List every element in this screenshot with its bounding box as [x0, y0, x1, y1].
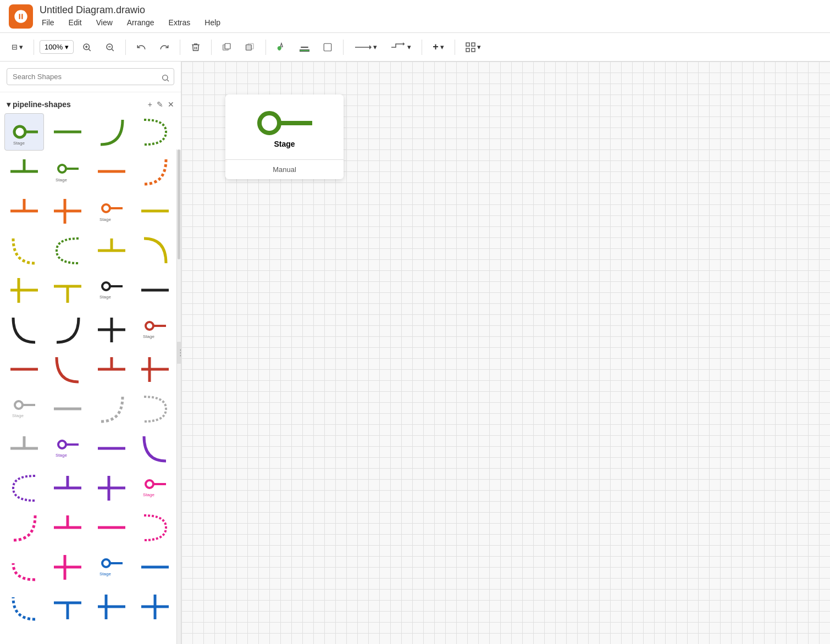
shape-gray-line[interactable]	[48, 390, 87, 428]
shape-black-curve-right[interactable]	[48, 311, 87, 348]
panel-close-button[interactable]: ✕	[168, 100, 174, 109]
shape-pink-curve2[interactable]	[4, 548, 44, 586]
sidebar-icon: ⊟	[12, 43, 18, 51]
panel-edit-button[interactable]: ✎	[157, 100, 163, 109]
shape-green-stage-small[interactable]: Stage	[48, 153, 87, 190]
shape-purple-tee2[interactable]	[92, 469, 131, 507]
shape-green-bracket-right[interactable]	[135, 113, 175, 151]
svg-rect-16	[324, 43, 332, 51]
svg-point-64	[15, 401, 23, 409]
shape-orange-tee[interactable]	[4, 192, 44, 230]
to-back-button[interactable]	[240, 39, 260, 55]
sidebar-resize-handle[interactable]	[176, 342, 181, 364]
shapes-grid: Stage	[4, 113, 176, 625]
shape-pink-curve[interactable]	[4, 509, 44, 546]
insert-button[interactable]: + ▾	[428, 38, 449, 56]
menu-file[interactable]: File	[40, 17, 57, 28]
shape-green-bracket-left[interactable]	[48, 232, 87, 269]
shape-gray-curve[interactable]	[92, 390, 131, 428]
shape-purple-stage[interactable]: Stage	[48, 430, 87, 467]
shape-orange-curve[interactable]	[135, 153, 175, 190]
zoom-out-button[interactable]	[100, 39, 120, 55]
shape-pink-bracket[interactable]	[135, 509, 175, 546]
shape-blue-stage[interactable]: Stage	[92, 548, 131, 586]
waypoint-style-button[interactable]: ▾	[385, 39, 416, 55]
shape-pink-line[interactable]	[92, 509, 131, 546]
shape-green-stage[interactable]: Stage	[4, 113, 44, 151]
shape-purple-bracket[interactable]	[4, 469, 44, 507]
svg-point-40	[102, 204, 110, 212]
shape-orange-line[interactable]	[92, 153, 131, 190]
shape-blue-line[interactable]	[135, 548, 175, 586]
line-color-button[interactable]	[295, 39, 314, 55]
delete-button[interactable]	[186, 39, 206, 55]
shape-blue-tee[interactable]	[48, 588, 87, 625]
panel-collapse-icon[interactable]: ▾	[7, 100, 10, 109]
svg-marker-18	[369, 45, 372, 49]
shape-yellow-curve-left[interactable]	[4, 232, 44, 269]
shape-black-line[interactable]	[135, 271, 175, 309]
svg-point-56	[146, 322, 153, 330]
menu-view[interactable]: View	[94, 17, 115, 28]
shape-yellow-line[interactable]	[135, 192, 175, 230]
menu-help[interactable]: Help	[202, 17, 223, 28]
shape-orange-tee2[interactable]	[48, 192, 87, 230]
svg-rect-20	[466, 43, 469, 46]
toolbar-separator-5	[265, 40, 266, 55]
svg-rect-21	[472, 43, 475, 46]
shape-green-line[interactable]	[48, 113, 87, 151]
shape-green-curve-right[interactable]	[92, 113, 131, 151]
shape-purple-tee[interactable]	[48, 469, 87, 507]
shape-black-tee[interactable]	[92, 311, 131, 348]
canvas[interactable]: Stage Manual	[181, 62, 830, 644]
toolbar-separator-1	[34, 40, 34, 55]
shape-blue-tee2[interactable]	[92, 588, 131, 625]
shapes-panel: ▾ pipeline-shapes + ✎ ✕ Stage	[0, 92, 181, 644]
shape-orange-stage[interactable]: Stage	[92, 192, 131, 230]
shape-red-line[interactable]	[4, 351, 44, 388]
connector-style-button[interactable]: ▾	[349, 39, 382, 55]
shape-pink-tee[interactable]	[48, 509, 87, 546]
shape-red-stage[interactable]: Stage	[135, 311, 175, 348]
shape-button[interactable]	[318, 39, 337, 55]
sidebar-scrollbar[interactable]	[176, 149, 181, 644]
shape-yellow-tee3[interactable]	[48, 271, 87, 309]
svg-point-86	[102, 559, 110, 567]
shape-black-curve-left[interactable]	[4, 311, 44, 348]
shape-pink-stage[interactable]: Stage	[135, 469, 175, 507]
shape-purple-line[interactable]	[92, 430, 131, 467]
shape-red-curve[interactable]	[48, 351, 87, 388]
undo-button[interactable]	[131, 39, 151, 55]
shape-purple-curve[interactable]	[135, 430, 175, 467]
zoom-control[interactable]: 100% ▾	[40, 40, 74, 54]
sidebar-toggle-button[interactable]: ⊟ ▾	[7, 40, 28, 54]
menu-arrange[interactable]: Arrange	[125, 17, 157, 28]
menu-edit[interactable]: Edit	[67, 17, 84, 28]
shape-gray-bracket[interactable]	[135, 390, 175, 428]
shape-gray-stage[interactable]: Stage	[4, 390, 44, 428]
redo-button[interactable]	[154, 39, 174, 55]
fill-color-button[interactable]	[272, 39, 291, 55]
shape-yellow-curve[interactable]	[135, 232, 175, 269]
shape-blue-tee3[interactable]	[135, 588, 175, 625]
search-icon[interactable]	[161, 74, 170, 85]
toolbar-separator-7	[422, 40, 422, 55]
stage-card[interactable]: Stage Manual	[225, 95, 344, 179]
shape-yellow-tee[interactable]	[92, 232, 131, 269]
to-front-button[interactable]	[217, 39, 237, 55]
shape-red-tee[interactable]	[92, 351, 131, 388]
panel-add-button[interactable]: +	[148, 100, 152, 109]
shape-yellow-tee2[interactable]	[4, 271, 44, 309]
search-input[interactable]	[7, 68, 174, 85]
menu-extras[interactable]: Extras	[167, 17, 193, 28]
shape-pink-tee2[interactable]	[48, 548, 87, 586]
zoom-in-button[interactable]	[77, 39, 97, 55]
shape-black-stage[interactable]: Stage	[92, 271, 131, 309]
grid-toggle-button[interactable]: ▾	[461, 39, 486, 55]
shape-red-tee2[interactable]	[135, 351, 175, 388]
shape-blue-curve-left[interactable]	[4, 588, 44, 625]
shape-gray-tee[interactable]	[4, 430, 44, 467]
shape-green-tee-left[interactable]	[4, 153, 44, 190]
app-logo	[9, 4, 33, 29]
stage-line	[279, 121, 312, 125]
